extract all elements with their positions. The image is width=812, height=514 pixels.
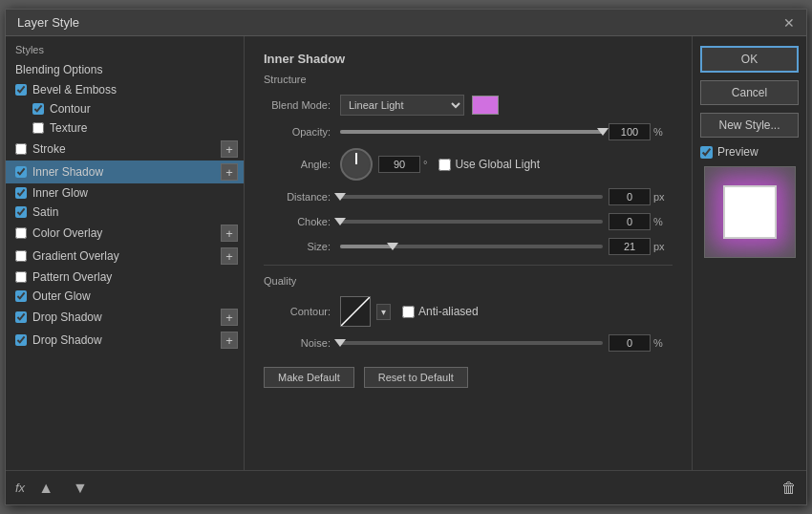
layer-item-add-drop-shadow-1[interactable]: + xyxy=(221,309,238,326)
reset-to-default-button[interactable]: Reset to Default xyxy=(364,367,468,388)
angle-row: Angle: 90 ° Use Global Light xyxy=(264,148,673,181)
layer-item-contour[interactable]: Contour xyxy=(6,99,244,118)
layer-item-label-drop-shadow-1: Drop Shadow xyxy=(32,311,221,324)
distance-row: Distance: 0 px xyxy=(264,188,673,205)
contour-dropdown-btn[interactable]: ▾ xyxy=(376,304,391,320)
choke-slider[interactable] xyxy=(340,214,603,229)
layer-item-label-drop-shadow-2: Drop Shadow xyxy=(32,333,221,347)
size-input[interactable]: 21 xyxy=(609,238,651,255)
blend-mode-label: Blend Mode: xyxy=(264,99,340,111)
move-up-button[interactable]: ▲ xyxy=(32,478,59,499)
section-title: Inner Shadow xyxy=(264,52,673,66)
layer-item-add-color-overlay[interactable]: + xyxy=(221,225,238,242)
right-panel: OK Cancel New Style... Preview xyxy=(692,36,806,470)
layer-item-outer-glow[interactable]: Outer Glow xyxy=(6,287,244,306)
layer-item-checkbox-contour[interactable] xyxy=(32,103,44,115)
blend-color-swatch[interactable] xyxy=(472,96,499,115)
size-unit: px xyxy=(653,241,673,252)
layer-item-checkbox-stroke[interactable] xyxy=(15,143,27,155)
delete-button[interactable]: 🗑 xyxy=(781,480,797,497)
global-light-label: Use Global Light xyxy=(455,158,540,171)
noise-slider[interactable] xyxy=(340,335,603,351)
size-label: Size: xyxy=(264,241,340,252)
layer-item-bevel[interactable]: Bevel & Emboss xyxy=(6,80,244,99)
layer-item-label-outer-glow: Outer Glow xyxy=(32,289,238,303)
layer-item-add-drop-shadow-2[interactable]: + xyxy=(221,332,238,349)
angle-label: Angle: xyxy=(264,159,340,170)
contour-thumbnail xyxy=(340,296,371,327)
opacity-input[interactable]: 100 xyxy=(609,123,651,140)
layer-item-color-overlay[interactable]: Color Overlay+ xyxy=(6,222,244,245)
global-light-checkbox[interactable] xyxy=(438,159,451,171)
layer-item-add-stroke[interactable]: + xyxy=(221,140,238,158)
preview-inner xyxy=(723,185,777,239)
layer-item-inner-glow[interactable]: Inner Glow xyxy=(6,183,244,203)
distance-input[interactable]: 0 xyxy=(609,188,651,205)
angle-needle xyxy=(355,153,357,164)
opacity-label: Opacity: xyxy=(264,126,340,138)
noise-row: Noise: 0 % xyxy=(264,334,673,352)
layer-item-checkbox-bevel[interactable] xyxy=(15,84,27,96)
angle-dial[interactable] xyxy=(340,148,373,181)
layer-style-dialog: Layer Style ✕ Styles Blending Options Be… xyxy=(5,9,807,505)
layer-item-add-inner-shadow[interactable]: + xyxy=(221,163,238,181)
move-down-button[interactable]: ▼ xyxy=(67,478,94,499)
layer-item-label-stroke: Stroke xyxy=(32,142,221,156)
layer-item-label-gradient-overlay: Gradient Overlay xyxy=(32,249,221,263)
layer-item-label-texture: Texture xyxy=(50,121,238,135)
title-bar: Layer Style ✕ xyxy=(6,10,806,36)
noise-input[interactable]: 0 xyxy=(609,334,651,352)
anti-alias-checkbox[interactable] xyxy=(402,306,415,318)
layer-item-satin[interactable]: Satin xyxy=(6,203,244,222)
layer-item-pattern-overlay[interactable]: Pattern Overlay xyxy=(6,268,244,287)
layer-item-checkbox-texture[interactable] xyxy=(32,122,44,134)
blending-options-item[interactable]: Blending Options xyxy=(6,59,244,80)
dialog-title: Layer Style xyxy=(17,15,79,30)
layer-item-checkbox-pattern-overlay[interactable] xyxy=(15,271,27,283)
layer-items-list: Bevel & EmbossContourTextureStroke+Inner… xyxy=(6,80,244,352)
layer-item-drop-shadow-2[interactable]: Drop Shadow+ xyxy=(6,329,244,352)
choke-row: Choke: 0 % xyxy=(264,213,673,230)
styles-label: Styles xyxy=(6,36,244,59)
layer-item-checkbox-color-overlay[interactable] xyxy=(15,227,27,239)
opacity-slider[interactable] xyxy=(340,124,603,139)
layer-item-checkbox-drop-shadow-2[interactable] xyxy=(15,334,27,346)
size-row: Size: 21 px xyxy=(264,238,673,255)
layer-item-checkbox-inner-shadow[interactable] xyxy=(15,166,27,178)
preview-checkbox[interactable] xyxy=(700,146,713,159)
close-button[interactable]: ✕ xyxy=(783,16,795,30)
layer-item-checkbox-satin[interactable] xyxy=(15,206,27,218)
ok-button[interactable]: OK xyxy=(700,46,799,73)
layer-item-label-bevel: Bevel & Emboss xyxy=(32,83,238,96)
layer-item-label-inner-glow: Inner Glow xyxy=(32,186,238,200)
distance-unit: px xyxy=(653,191,673,203)
layer-item-checkbox-outer-glow[interactable] xyxy=(15,290,27,302)
size-slider[interactable] xyxy=(340,239,603,254)
distance-label: Distance: xyxy=(264,191,340,203)
angle-input[interactable]: 90 xyxy=(378,156,420,173)
opacity-unit: % xyxy=(653,126,673,138)
divider xyxy=(264,265,673,266)
make-default-button[interactable]: Make Default xyxy=(264,367,354,388)
layer-item-add-gradient-overlay[interactable]: + xyxy=(221,247,238,265)
anti-alias-row: Anti-aliased xyxy=(402,305,479,318)
choke-unit: % xyxy=(653,216,673,227)
layer-item-checkbox-gradient-overlay[interactable] xyxy=(15,250,27,262)
cancel-button[interactable]: Cancel xyxy=(700,80,799,105)
layer-item-drop-shadow-1[interactable]: Drop Shadow+ xyxy=(6,306,244,329)
blend-mode-select[interactable]: NormalDissolveDarkenMultiplyColor BurnLi… xyxy=(340,95,464,116)
dialog-body: Styles Blending Options Bevel & EmbossCo… xyxy=(6,36,806,470)
layer-item-checkbox-inner-glow[interactable] xyxy=(15,187,27,199)
layer-item-label-contour: Contour xyxy=(50,102,238,116)
choke-input[interactable]: 0 xyxy=(609,213,651,230)
choke-label: Choke: xyxy=(264,216,340,227)
layer-item-texture[interactable]: Texture xyxy=(6,118,244,138)
layer-item-gradient-overlay[interactable]: Gradient Overlay+ xyxy=(6,245,244,268)
layer-item-checkbox-drop-shadow-1[interactable] xyxy=(15,311,27,323)
distance-slider[interactable] xyxy=(340,189,603,204)
blend-mode-row: Blend Mode: NormalDissolveDarkenMultiply… xyxy=(264,95,673,116)
layer-item-inner-shadow[interactable]: Inner Shadow+ xyxy=(6,161,244,183)
new-style-button[interactable]: New Style... xyxy=(700,113,799,138)
anti-alias-label: Anti-aliased xyxy=(418,305,479,318)
layer-item-stroke[interactable]: Stroke+ xyxy=(6,138,244,161)
